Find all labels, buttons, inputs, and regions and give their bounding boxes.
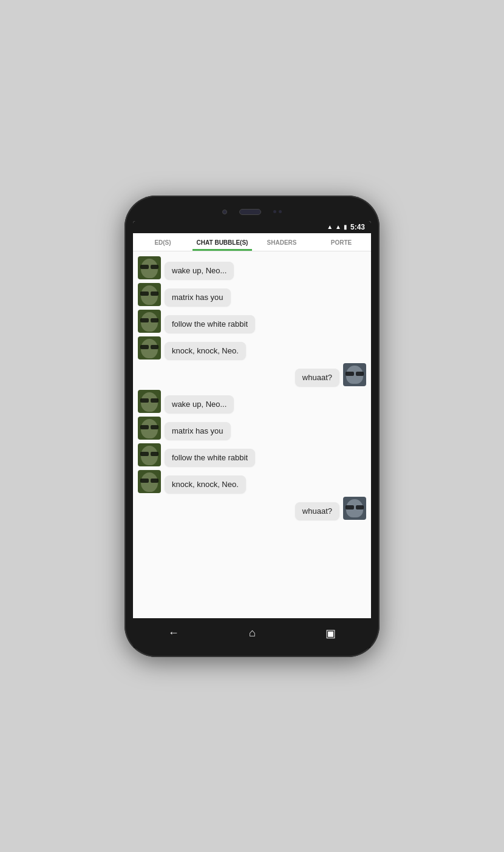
lens-right: [151, 345, 159, 349]
message-bubble: matrix has you: [165, 422, 231, 440]
lens-right: [151, 398, 159, 403]
chat-area: wake up, Neo... matrix has you: [133, 251, 371, 618]
phone-top-bar: [133, 204, 371, 221]
dot: [279, 210, 282, 213]
lens-right: [151, 318, 159, 322]
message-row: wake up, Neo...: [138, 390, 366, 413]
message-bubble: wake up, Neo...: [165, 262, 234, 279]
tab-bar: ED(S) CHAT BUBBLE(S) SHADERS PORTE: [133, 233, 371, 251]
lens-right: [151, 479, 159, 483]
tab-porte[interactable]: PORTE: [312, 233, 371, 251]
avatar-morpheus: [138, 283, 161, 306]
message-bubble: wake up, Neo...: [165, 395, 234, 413]
lens-right: [151, 265, 159, 269]
lens-left: [346, 372, 354, 376]
message-row-right: whuaat?: [138, 497, 366, 520]
speaker: [239, 209, 261, 215]
message-row: wake up, Neo...: [138, 256, 366, 279]
message-bubble: follow the white rabbit: [165, 449, 255, 466]
message-row: follow the white rabbit: [138, 310, 366, 333]
back-button[interactable]: ←: [168, 627, 179, 639]
message-row-right: whuaat?: [138, 363, 366, 386]
message-bubble-right: whuaat?: [295, 369, 339, 386]
phone-device: ▲ ▲ ▮ 5:43 ED(S) CHAT BUBBLE(S) SHADERS …: [124, 196, 380, 657]
tab-themed[interactable]: ED(S): [133, 233, 192, 251]
lens-left: [140, 398, 149, 403]
message-bubble: follow the white rabbit: [165, 315, 255, 333]
lens-left: [140, 452, 149, 456]
message-bubble: knock, knock, Neo.: [165, 475, 246, 493]
lens-left: [140, 265, 149, 269]
time-display: 5:43: [350, 223, 365, 231]
nav-bar: ← ⌂ ▣: [133, 618, 371, 649]
avatar-morpheus: [138, 417, 161, 440]
message-row: follow the white rabbit: [138, 443, 366, 466]
lens-left: [140, 318, 149, 322]
lens-right: [151, 425, 159, 429]
lens-right: [356, 372, 364, 376]
wifi-icon: ▲: [327, 223, 333, 230]
camera: [222, 210, 227, 214]
avatar-morpheus: [138, 336, 161, 360]
dot: [273, 210, 276, 213]
avatar-morpheus: [138, 390, 161, 413]
lens-left: [140, 425, 149, 429]
message-row: knock, knock, Neo.: [138, 470, 366, 493]
lens-right: [151, 452, 159, 456]
avatar-morpheus: [138, 256, 161, 279]
tab-shaders[interactable]: SHADERS: [252, 233, 312, 251]
status-bar: ▲ ▲ ▮ 5:43: [133, 221, 371, 233]
lens-left: [140, 345, 149, 349]
tab-chat-bubble[interactable]: CHAT BUBBLE(S): [192, 233, 252, 251]
dots: [273, 210, 282, 213]
phone-screen: ▲ ▲ ▮ 5:43 ED(S) CHAT BUBBLE(S) SHADERS …: [133, 221, 371, 649]
message-bubble: matrix has you: [165, 288, 231, 306]
signal-icon: ▲: [335, 223, 341, 230]
status-icons: ▲ ▲ ▮: [327, 223, 347, 230]
message-bubble: knock, knock, Neo.: [165, 342, 246, 360]
lens-left: [140, 291, 149, 296]
battery-icon: ▮: [344, 223, 347, 230]
recent-button[interactable]: ▣: [325, 627, 336, 640]
lens-left: [346, 505, 354, 509]
avatar-morpheus: [138, 310, 161, 333]
avatar-morpheus: [138, 470, 161, 493]
avatar-neo: [343, 363, 366, 386]
avatar-neo: [343, 497, 366, 520]
home-button[interactable]: ⌂: [249, 627, 256, 639]
lens-left: [140, 479, 149, 483]
avatar-morpheus: [138, 443, 161, 466]
message-row: knock, knock, Neo.: [138, 336, 366, 360]
message-bubble-right: whuaat?: [295, 502, 339, 520]
lens-right: [356, 505, 364, 509]
message-row: matrix has you: [138, 283, 366, 306]
message-row: matrix has you: [138, 417, 366, 440]
lens-right: [151, 291, 159, 296]
